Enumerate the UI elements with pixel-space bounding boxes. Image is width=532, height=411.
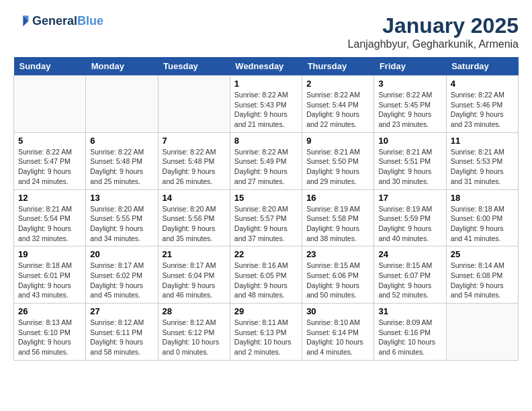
day-number: 7 bbox=[163, 136, 226, 146]
day-detail: Sunrise: 8:22 AM Sunset: 5:46 PM Dayligh… bbox=[451, 90, 514, 130]
day-number: 11 bbox=[451, 136, 514, 146]
day-detail: Sunrise: 8:20 AM Sunset: 5:56 PM Dayligh… bbox=[163, 204, 226, 244]
header-friday: Friday bbox=[374, 57, 446, 76]
day-number: 22 bbox=[234, 249, 298, 259]
day-number: 10 bbox=[378, 136, 441, 146]
calendar-cell: 20Sunrise: 8:17 AM Sunset: 6:02 PM Dayli… bbox=[86, 246, 158, 304]
week-row-3: 19Sunrise: 8:18 AM Sunset: 6:01 PM Dayli… bbox=[14, 246, 519, 304]
day-detail: Sunrise: 8:18 AM Sunset: 6:01 PM Dayligh… bbox=[18, 261, 81, 300]
calendar-cell: 9Sunrise: 8:21 AM Sunset: 5:50 PM Daylig… bbox=[302, 132, 374, 189]
day-number: 16 bbox=[306, 193, 369, 203]
day-number: 30 bbox=[306, 306, 369, 316]
day-number: 18 bbox=[451, 193, 514, 203]
day-detail: Sunrise: 8:19 AM Sunset: 5:59 PM Dayligh… bbox=[378, 204, 441, 244]
calendar-cell: 14Sunrise: 8:20 AM Sunset: 5:56 PM Dayli… bbox=[158, 189, 230, 246]
calendar-cell bbox=[86, 76, 158, 133]
day-number: 15 bbox=[234, 193, 298, 203]
calendar-cell: 6Sunrise: 8:22 AM Sunset: 5:48 PM Daylig… bbox=[86, 132, 158, 189]
day-number: 20 bbox=[90, 249, 153, 259]
day-detail: Sunrise: 8:22 AM Sunset: 5:43 PM Dayligh… bbox=[234, 90, 298, 130]
calendar-cell: 4Sunrise: 8:22 AM Sunset: 5:46 PM Daylig… bbox=[446, 76, 518, 133]
day-number: 14 bbox=[163, 193, 226, 203]
day-detail: Sunrise: 8:12 AM Sunset: 6:12 PM Dayligh… bbox=[163, 318, 226, 357]
calendar-cell: 7Sunrise: 8:22 AM Sunset: 5:48 PM Daylig… bbox=[158, 132, 230, 189]
day-number: 6 bbox=[90, 136, 153, 146]
day-number: 26 bbox=[18, 306, 81, 316]
day-number: 19 bbox=[18, 249, 81, 259]
header-thursday: Thursday bbox=[302, 57, 374, 76]
calendar-table: SundayMondayTuesdayWednesdayThursdayFrid… bbox=[13, 57, 519, 361]
calendar-cell: 18Sunrise: 8:18 AM Sunset: 6:00 PM Dayli… bbox=[446, 189, 518, 246]
day-detail: Sunrise: 8:18 AM Sunset: 6:00 PM Dayligh… bbox=[451, 204, 514, 244]
calendar-cell: 16Sunrise: 8:19 AM Sunset: 5:58 PM Dayli… bbox=[302, 189, 374, 246]
calendar-cell: 1Sunrise: 8:22 AM Sunset: 5:43 PM Daylig… bbox=[230, 76, 302, 133]
day-number: 23 bbox=[306, 249, 369, 259]
calendar-cell: 10Sunrise: 8:21 AM Sunset: 5:51 PM Dayli… bbox=[374, 132, 446, 189]
calendar-cell: 17Sunrise: 8:19 AM Sunset: 5:59 PM Dayli… bbox=[374, 189, 446, 246]
calendar-cell: 3Sunrise: 8:22 AM Sunset: 5:45 PM Daylig… bbox=[374, 76, 446, 133]
header-sunday: Sunday bbox=[14, 57, 86, 76]
day-number: 21 bbox=[163, 249, 226, 259]
day-number: 28 bbox=[163, 306, 226, 316]
day-detail: Sunrise: 8:21 AM Sunset: 5:53 PM Dayligh… bbox=[451, 147, 514, 187]
day-detail: Sunrise: 8:22 AM Sunset: 5:49 PM Dayligh… bbox=[234, 147, 298, 187]
calendar-cell: 8Sunrise: 8:22 AM Sunset: 5:49 PM Daylig… bbox=[230, 132, 302, 189]
calendar-cell: 31Sunrise: 8:09 AM Sunset: 6:16 PM Dayli… bbox=[374, 304, 446, 361]
day-detail: Sunrise: 8:22 AM Sunset: 5:48 PM Dayligh… bbox=[90, 147, 153, 187]
day-detail: Sunrise: 8:20 AM Sunset: 5:55 PM Dayligh… bbox=[90, 204, 153, 244]
logo-icon bbox=[13, 13, 30, 30]
day-number: 1 bbox=[234, 79, 298, 89]
week-row-1: 5Sunrise: 8:22 AM Sunset: 5:47 PM Daylig… bbox=[14, 132, 519, 189]
day-number: 9 bbox=[306, 136, 369, 146]
day-detail: Sunrise: 8:16 AM Sunset: 6:05 PM Dayligh… bbox=[234, 261, 298, 300]
calendar-cell: 29Sunrise: 8:11 AM Sunset: 6:13 PM Dayli… bbox=[230, 304, 302, 361]
days-header-row: SundayMondayTuesdayWednesdayThursdayFrid… bbox=[14, 57, 519, 76]
day-number: 31 bbox=[378, 306, 441, 316]
day-detail: Sunrise: 8:19 AM Sunset: 5:58 PM Dayligh… bbox=[306, 204, 369, 244]
calendar-cell: 26Sunrise: 8:13 AM Sunset: 6:10 PM Dayli… bbox=[14, 304, 86, 361]
day-detail: Sunrise: 8:15 AM Sunset: 6:07 PM Dayligh… bbox=[378, 261, 441, 300]
calendar-cell: 5Sunrise: 8:22 AM Sunset: 5:47 PM Daylig… bbox=[14, 132, 86, 189]
calendar-cell: 2Sunrise: 8:22 AM Sunset: 5:44 PM Daylig… bbox=[302, 76, 374, 133]
day-detail: Sunrise: 8:10 AM Sunset: 6:14 PM Dayligh… bbox=[306, 318, 369, 357]
day-detail: Sunrise: 8:11 AM Sunset: 6:13 PM Dayligh… bbox=[234, 318, 298, 357]
calendar-cell: 21Sunrise: 8:17 AM Sunset: 6:04 PM Dayli… bbox=[158, 246, 230, 304]
day-number: 27 bbox=[90, 306, 153, 316]
day-detail: Sunrise: 8:12 AM Sunset: 6:11 PM Dayligh… bbox=[90, 318, 153, 357]
calendar-cell: 23Sunrise: 8:15 AM Sunset: 6:06 PM Dayli… bbox=[302, 246, 374, 304]
calendar-cell: 30Sunrise: 8:10 AM Sunset: 6:14 PM Dayli… bbox=[302, 304, 374, 361]
calendar-cell bbox=[446, 304, 518, 361]
day-detail: Sunrise: 8:21 AM Sunset: 5:51 PM Dayligh… bbox=[378, 147, 441, 187]
header-monday: Monday bbox=[86, 57, 158, 76]
day-detail: Sunrise: 8:09 AM Sunset: 6:16 PM Dayligh… bbox=[378, 318, 441, 357]
calendar-cell: 11Sunrise: 8:21 AM Sunset: 5:53 PM Dayli… bbox=[446, 132, 518, 189]
logo: GeneralBlue bbox=[13, 13, 103, 30]
calendar-cell: 27Sunrise: 8:12 AM Sunset: 6:11 PM Dayli… bbox=[86, 304, 158, 361]
day-detail: Sunrise: 8:22 AM Sunset: 5:47 PM Dayligh… bbox=[18, 147, 81, 187]
day-detail: Sunrise: 8:21 AM Sunset: 5:54 PM Dayligh… bbox=[18, 204, 81, 244]
calendar-cell: 19Sunrise: 8:18 AM Sunset: 6:01 PM Dayli… bbox=[14, 246, 86, 304]
day-detail: Sunrise: 8:22 AM Sunset: 5:44 PM Dayligh… bbox=[306, 90, 369, 130]
week-row-2: 12Sunrise: 8:21 AM Sunset: 5:54 PM Dayli… bbox=[14, 189, 519, 246]
week-row-4: 26Sunrise: 8:13 AM Sunset: 6:10 PM Dayli… bbox=[14, 304, 519, 361]
day-number: 13 bbox=[90, 193, 153, 203]
calendar-cell bbox=[14, 76, 86, 133]
header: GeneralBlue January 2025 Lanjaghbyur, Ge… bbox=[13, 13, 519, 50]
calendar-cell bbox=[158, 76, 230, 133]
day-number: 12 bbox=[18, 193, 81, 203]
calendar-cell: 22Sunrise: 8:16 AM Sunset: 6:05 PM Dayli… bbox=[230, 246, 302, 304]
day-detail: Sunrise: 8:17 AM Sunset: 6:02 PM Dayligh… bbox=[90, 261, 153, 300]
logo-text: GeneralBlue bbox=[32, 15, 103, 28]
day-detail: Sunrise: 8:15 AM Sunset: 6:06 PM Dayligh… bbox=[306, 261, 369, 300]
day-detail: Sunrise: 8:21 AM Sunset: 5:50 PM Dayligh… bbox=[306, 147, 369, 187]
calendar-subtitle: Lanjaghbyur, Gegharkunik, Armenia bbox=[348, 38, 519, 50]
title-area: January 2025 Lanjaghbyur, Gegharkunik, A… bbox=[348, 13, 519, 50]
day-number: 5 bbox=[18, 136, 81, 146]
day-number: 29 bbox=[234, 306, 298, 316]
day-number: 3 bbox=[378, 79, 441, 89]
calendar-cell: 28Sunrise: 8:12 AM Sunset: 6:12 PM Dayli… bbox=[158, 304, 230, 361]
day-number: 24 bbox=[378, 249, 441, 259]
day-number: 2 bbox=[306, 79, 369, 89]
header-saturday: Saturday bbox=[446, 57, 518, 76]
day-detail: Sunrise: 8:20 AM Sunset: 5:57 PM Dayligh… bbox=[234, 204, 298, 244]
